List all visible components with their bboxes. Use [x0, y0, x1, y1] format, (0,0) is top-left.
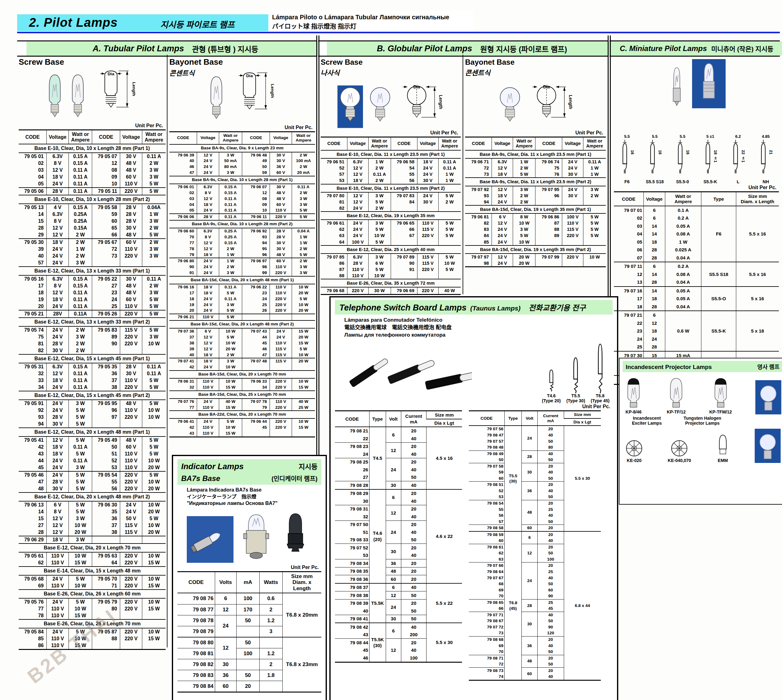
table-row: 79 05 4112 V5 W79 05 4948 V5 W	[19, 437, 165, 443]
table-row: 0524 V0.11 A10110 V5 W	[19, 180, 165, 188]
table-cell: 43	[335, 631, 369, 639]
table-cell: Base E-12, Clear, Dia, 20 x Length 70 mm	[19, 543, 165, 552]
table-cell: 5 W	[69, 598, 92, 605]
table-cell: 50	[236, 637, 259, 648]
table-cell: 20	[537, 655, 564, 661]
table-cell: Watt or Ampere	[665, 192, 701, 206]
table-row: CODEVoltageWatt or AmpereCODEVoltageWatt…	[465, 137, 606, 150]
table-row: 79 05 9124 V3 W79 05 9548 V5 W	[19, 400, 165, 407]
table-cell: Base BA-15d, Clear, Dia, 20 x Length 48 …	[169, 320, 315, 328]
table-row: 1718 V5 W23110 V20 W	[169, 290, 315, 296]
table-row: 3712 V5 W4424 V20 W	[169, 335, 315, 340]
table-cell: 0.11 A	[142, 275, 165, 282]
table-cell: 0.25 A	[219, 234, 242, 240]
separator	[167, 55, 167, 647]
table-cell: 62	[19, 559, 47, 567]
table-cell: 76	[535, 171, 562, 178]
table-cell: 0.11 A	[69, 384, 92, 391]
table-cell: 24 V	[47, 327, 69, 333]
table-cell: 100	[236, 648, 259, 659]
table-cell: 79 06 16	[169, 284, 197, 290]
table-cell: 3	[259, 626, 282, 637]
table-cell: 96	[92, 407, 120, 414]
table-row: 708 V0.25 A9328 V1 W	[169, 234, 315, 240]
miniature-lamp-diagram: 5.5 16 S5.5-0	[669, 134, 695, 184]
table-cell: 79 06 48	[242, 152, 270, 158]
table-cell: 46	[169, 164, 197, 170]
projector-lamp-figure: EMM	[715, 433, 731, 463]
table-cell: 12	[643, 319, 665, 327]
table-cell: 05	[614, 238, 643, 246]
table-cell: 110 V	[47, 582, 69, 590]
table-row: 3318 V0.11 A37110 V5 W	[19, 377, 165, 384]
table-cell	[535, 199, 562, 205]
table-cell: 2 W	[292, 258, 315, 264]
b-bayonet-table-host: CODEVoltageWatt or AmpereCODEVoltageWatt…	[465, 137, 606, 267]
table-cell: 110 V	[120, 407, 142, 414]
table-cell: 12 V	[47, 232, 69, 238]
table-cell: 15 W	[219, 385, 242, 391]
table-subtitle: Base E-10, Clear, Dia, 10 x Length 28 mm…	[19, 195, 165, 204]
table-cell: 10 W	[292, 418, 315, 425]
table-cell: 1 W	[438, 177, 461, 184]
miniature-lamp-photo	[667, 63, 687, 110]
table-cell: 12	[614, 270, 643, 278]
table-cell: 15 W	[142, 635, 165, 642]
table-cell: 5 W	[69, 450, 92, 457]
table-cell: 0.25 A	[219, 228, 242, 234]
table-cell: 64	[92, 559, 120, 567]
table-cell: 0.04A	[142, 204, 165, 211]
table-cell: 82	[321, 205, 348, 212]
table-cell: Volt	[386, 411, 401, 427]
table-cell: 79 08 81	[177, 648, 215, 659]
table-cell: 47	[169, 170, 197, 176]
table-subtitle: Base E-14, Clear, Dia, 15 x Length 48 mm	[19, 567, 165, 575]
table-cell: 12	[215, 604, 236, 615]
table-cell: 12 V	[492, 220, 513, 226]
table-cell: 50	[537, 475, 564, 482]
a-bayonet-heading: Bayonet Base	[169, 57, 315, 67]
table-cell: 67	[391, 232, 418, 238]
table-cell: 40	[537, 488, 564, 494]
table-cell: 2 W	[513, 193, 535, 199]
table-cell: 46	[335, 654, 369, 662]
table-cell: 50	[537, 550, 564, 556]
table-cell: 3 W	[142, 173, 165, 180]
lamp-table: CODEVoltageWatt or AmpereCODEVoltageWatt…	[321, 137, 461, 295]
table-cell: 79 08 31	[335, 505, 369, 513]
table-cell: 10 W	[69, 522, 92, 529]
table-cell: 48 V	[120, 282, 142, 289]
table-cell: 220 V	[562, 232, 583, 238]
table-cell: 30	[386, 544, 401, 559]
table-cell: 15 W	[142, 582, 165, 590]
table-row: CODEVoltsmAWattsSize mm Diam. x Length	[177, 572, 321, 593]
table-cell: 79 05 95	[92, 400, 120, 407]
table-cell: Voltage	[270, 132, 292, 144]
table-cell: 0.11 A	[368, 171, 391, 177]
table-cell: 40	[537, 575, 564, 581]
table-cell: 10 W	[368, 232, 391, 238]
table-cell: 64	[321, 239, 348, 245]
table-cell: 110 V	[47, 612, 69, 619]
tbody: 79 08 21T4.56204.5 x 16224079 08 2312202…	[335, 427, 462, 662]
tub-dimension-diagram: DiaLength	[92, 69, 139, 122]
table-cell: 10 W	[69, 582, 92, 590]
table-row: 1918 V0.11 A2460 V5 W	[19, 296, 165, 303]
table-row: 79 07 366 V10 W79 07 4324 V15 W	[169, 328, 315, 335]
table-cell: 69	[469, 643, 504, 649]
table-cell: 170	[236, 604, 259, 615]
table-row: 8424 V5 W89220 V5 W	[465, 232, 606, 238]
table-cell: 20	[537, 544, 564, 550]
table-cell: 24 V	[47, 253, 69, 260]
table-cell: 40	[537, 538, 564, 544]
a-screw-table-host: CODEVoltageWatt or AmpereCODEVoltageWatt…	[19, 129, 165, 650]
table-cell	[120, 536, 142, 543]
table-subtitle: Base E-12, Clear, Dia, 15 x Length 45 mm…	[19, 391, 165, 400]
table-cell: 0.1 A	[665, 206, 701, 214]
table-cell: Voltage	[562, 137, 583, 150]
table-row: 3212 V0.11 A3630 V0.11 A	[19, 370, 165, 377]
table-cell: 5 W	[142, 327, 165, 333]
switchboard-lamps-photo	[338, 343, 472, 403]
table-cell: 48	[19, 485, 47, 492]
table-cell: 18	[643, 327, 665, 335]
